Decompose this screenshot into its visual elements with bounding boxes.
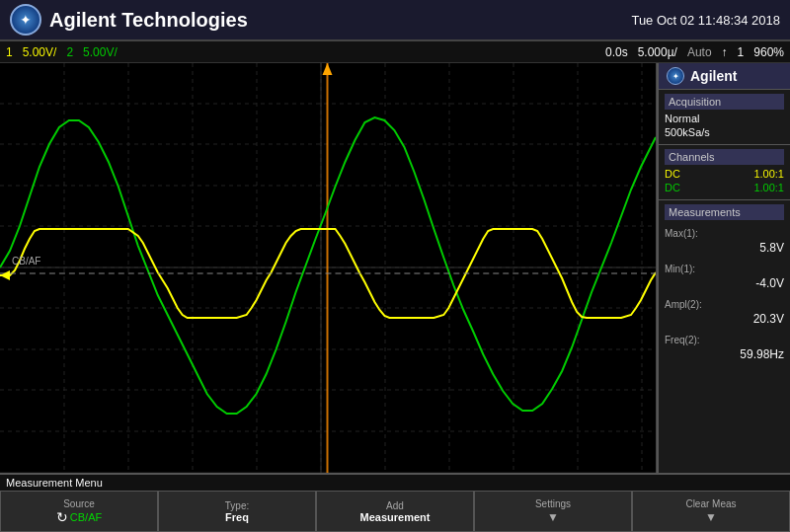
source-value: CB/AF — [70, 511, 102, 523]
meas-ampl2-label: Ampl(2): — [665, 299, 702, 310]
acquisition-mode: Normal — [665, 113, 699, 124]
header-left: ✦ Agilent Technologies — [10, 4, 248, 36]
measurement-menu-label: Measurement Menu — [0, 475, 790, 491]
logo-star: ✦ — [20, 12, 32, 28]
measurements-section: Measurements Max(1): 5.8V Min(1): -4.0V … — [659, 199, 790, 369]
channels-title: Channels — [665, 149, 784, 165]
panel-header: ✦ Agilent — [659, 63, 790, 89]
acquisition-mode-row: Normal — [665, 113, 784, 124]
meas-min1: Min(1): -4.0V — [665, 259, 784, 290]
ch2-scale: 5.00V/ — [83, 45, 118, 59]
trigger-mode: Auto — [687, 45, 712, 59]
acquisition-rate: 500kSa/s — [665, 126, 710, 138]
acquisition-section: Acquisition Normal 500kSa/s — [659, 89, 790, 144]
type-label-top: Type: — [225, 500, 249, 511]
waveform-svg — [0, 63, 656, 473]
source-label-top: Source — [63, 498, 95, 509]
svg-marker-23 — [323, 63, 333, 75]
header-title: Agilent Technologies — [49, 9, 248, 32]
refresh-icon: ↻ — [56, 509, 68, 525]
zoom-level: 960% — [753, 45, 784, 59]
status-bar: 1 5.00V/ 2 5.00V/ 0.0s 5.000µ/ Auto ↑ 1 … — [0, 41, 790, 63]
type-value: Freq — [225, 511, 249, 523]
ch1-row: DC 1.00:1 — [665, 168, 784, 180]
meas-min1-label: Min(1): — [665, 264, 695, 274]
meas-max1-value: 5.8V — [665, 241, 784, 255]
meas-ampl2: Ampl(2): 20.3V — [665, 294, 784, 326]
bottom-bar: Measurement Menu Source ↻ CB/AF Type: Fr… — [0, 473, 790, 532]
logo-icon: ✦ — [10, 4, 41, 36]
main-area: CB/AF ✦ Agilent Acquisition Normal 500kS… — [0, 63, 790, 473]
ch1-coupling: DC — [665, 168, 680, 180]
meas-max1-label: Max(1): — [665, 228, 698, 239]
settings-button[interactable]: Settings ▼ — [474, 491, 632, 532]
panel-logo-star: ✦ — [672, 72, 679, 81]
ch2-indicator: 2 — [66, 45, 73, 59]
add-meas-label-main: Measurement — [360, 511, 431, 523]
cbaf-label: CB/AF — [12, 256, 40, 266]
settings-arrow-icon: ▼ — [547, 510, 559, 524]
clear-meas-label-top: Clear Meas — [685, 498, 736, 509]
add-meas-label-top: Add — [386, 500, 404, 511]
acquisition-rate-row: 500kSa/s — [665, 126, 784, 138]
ch1-scale: 5.00V/ — [23, 45, 57, 59]
ch1-probe: 1.00:1 — [753, 168, 784, 180]
type-button[interactable]: Type: Freq — [158, 491, 316, 532]
header-datetime: Tue Oct 02 11:48:34 2018 — [631, 13, 780, 28]
meas-max1: Max(1): 5.8V — [665, 223, 784, 255]
time-position: 0.0s — [605, 45, 628, 59]
meas-freq2: Freq(2): 59.98Hz — [665, 330, 784, 361]
ch2-probe: 1.00:1 — [753, 182, 784, 193]
meas-freq2-label: Freq(2): — [665, 335, 700, 345]
settings-label-top: Settings — [535, 498, 571, 509]
clear-meas-button[interactable]: Clear Meas ▼ — [632, 491, 790, 532]
source-button[interactable]: Source ↻ CB/AF — [0, 491, 158, 532]
svg-marker-25 — [0, 270, 10, 280]
meas-min1-value: -4.0V — [665, 276, 784, 290]
channels-section: Channels DC 1.00:1 DC 1.00:1 — [659, 144, 790, 199]
right-panel: ✦ Agilent Acquisition Normal 500kSa/s Ch… — [657, 63, 790, 473]
panel-brand: Agilent — [690, 68, 737, 84]
scope-screen: CB/AF — [0, 63, 657, 473]
measurements-title: Measurements — [665, 204, 784, 220]
ch2-row: DC 1.00:1 — [665, 182, 784, 193]
ch1-indicator: 1 — [6, 45, 13, 59]
panel-logo: ✦ — [667, 67, 684, 85]
clear-meas-arrow-icon: ▼ — [705, 510, 717, 524]
ch2-coupling: DC — [665, 182, 680, 193]
toolbar: Source ↻ CB/AF Type: Freq Add Measuremen… — [0, 491, 790, 532]
trigger-symbol: ↑ — [722, 45, 728, 59]
time-scale: 5.000µ/ — [638, 45, 677, 59]
meas-freq2-value: 59.98Hz — [665, 347, 784, 361]
header: ✦ Agilent Technologies Tue Oct 02 11:48:… — [0, 0, 790, 41]
meas-ampl2-value: 20.3V — [665, 312, 784, 326]
trigger-ch: 1 — [738, 45, 745, 59]
acquisition-title: Acquisition — [665, 94, 784, 110]
add-measurement-button[interactable]: Add Measurement — [316, 491, 474, 532]
